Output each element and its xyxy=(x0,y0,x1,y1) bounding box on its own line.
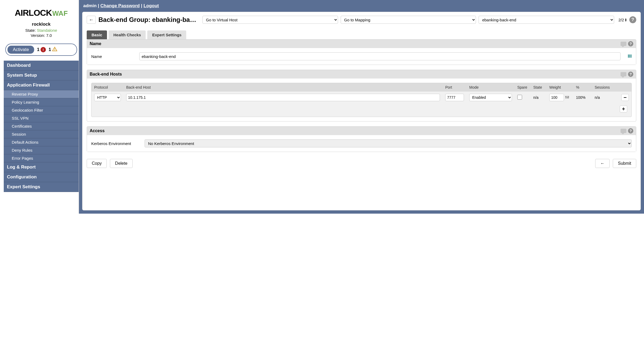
plus-icon: + xyxy=(622,106,625,112)
submit-button[interactable]: Submit xyxy=(613,159,636,168)
change-password-link[interactable]: Change Password xyxy=(100,3,140,8)
nav-expert-settings[interactable]: Expert Settings xyxy=(4,182,79,192)
state-value: n/a xyxy=(531,93,547,102)
spare-checkbox[interactable] xyxy=(517,95,522,100)
col-host: Back-end Host xyxy=(124,83,443,92)
name-label: Name xyxy=(91,54,134,59)
pct-value: 100% xyxy=(573,93,592,102)
activate-button[interactable]: Activate xyxy=(7,46,34,54)
table-row: HTTP Enabled n/a 100% n/a − xyxy=(92,92,631,103)
virtual-host-select[interactable]: Go to Virtual Host xyxy=(202,16,338,24)
name-input[interactable] xyxy=(139,52,621,60)
nav-dashboard[interactable]: Dashboard xyxy=(4,61,79,70)
tab-basic[interactable]: Basic xyxy=(87,30,107,39)
panel-name: Name ? Name xyxy=(87,39,636,65)
help-icon[interactable]: ? xyxy=(628,72,633,77)
nav-ssl-vpn[interactable]: SSL VPN xyxy=(4,114,79,122)
tabs: Basic Health Checks Expert Settings xyxy=(82,30,641,39)
svg-rect-3 xyxy=(629,54,630,58)
delete-button[interactable]: Delete xyxy=(110,159,132,168)
col-protocol: Protocol xyxy=(92,83,124,92)
svg-rect-5 xyxy=(566,96,566,99)
panel-name-header: Name ? xyxy=(87,40,636,48)
col-sessions: Sessions xyxy=(592,83,619,92)
error-badge[interactable]: 1 ! xyxy=(37,47,46,52)
warning-icon xyxy=(52,46,57,53)
error-icon: ! xyxy=(41,47,46,52)
svg-rect-8 xyxy=(565,96,566,97)
nav-reverse-proxy[interactable]: Reverse Proxy xyxy=(4,90,79,98)
copy-button[interactable]: Copy xyxy=(87,159,107,168)
sidebar: AIRLOCKWAF rocklock State: Standalone Ve… xyxy=(0,0,79,214)
nav-system-setup[interactable]: System Setup xyxy=(4,70,79,80)
svg-point-1 xyxy=(54,50,55,50)
kerberos-select[interactable]: No Kerberos Environment xyxy=(145,139,632,147)
tenant-state: State: Standalone xyxy=(6,28,76,33)
nav-deny-rules[interactable]: Deny Rules xyxy=(4,146,79,154)
nav-certificates[interactable]: Certificates xyxy=(4,122,79,130)
nav-session[interactable]: Session xyxy=(4,130,79,138)
svg-rect-9 xyxy=(567,97,568,98)
hosts-table: Protocol Back-end Host Port Mode Spare S… xyxy=(91,83,632,117)
tenant-name: rocklock xyxy=(6,22,76,27)
comment-icon[interactable] xyxy=(621,42,626,46)
settings-icon[interactable] xyxy=(627,54,632,59)
arrow-left-icon: ← xyxy=(89,17,94,23)
add-row-button[interactable]: + xyxy=(620,105,627,112)
nav-log-report[interactable]: Log & Report xyxy=(4,162,79,172)
backend-select[interactable]: ebanking-back-end xyxy=(479,16,614,24)
col-pct: % xyxy=(573,83,592,92)
panel-hosts-header: Back-end Hosts ? xyxy=(87,70,636,79)
panel-backend-hosts: Back-end Hosts ? Protocol Back-end Host … xyxy=(87,70,636,122)
main: admin | Change Password | Logout ← Back-… xyxy=(79,0,644,214)
nav-menu: Dashboard System Setup Application Firew… xyxy=(4,61,79,192)
back-footer-button[interactable]: ← xyxy=(595,159,610,168)
page-title: Back-end Group: ebanking-back-... xyxy=(98,16,200,23)
help-button[interactable]: ? xyxy=(629,16,636,23)
panel-access-header: Access ? xyxy=(87,127,636,135)
nav-error-pages[interactable]: Error Pages xyxy=(4,154,79,162)
panel-access: Access ? Kerberos Environment No Kerbero… xyxy=(87,126,636,152)
svg-rect-10 xyxy=(568,97,569,97)
comment-icon[interactable] xyxy=(621,72,626,76)
mode-select[interactable]: Enabled xyxy=(469,94,512,101)
nav-application-firewall[interactable]: Application Firewall xyxy=(4,80,79,90)
nav-geolocation-filter[interactable]: Geolocation Filter xyxy=(4,106,79,114)
warning-badge[interactable]: 1 xyxy=(49,46,57,53)
tab-expert-settings[interactable]: Expert Settings xyxy=(147,30,186,39)
logo-suffix: WAF xyxy=(52,9,68,17)
page-header: ← Back-end Group: ebanking-back-... Go t… xyxy=(82,12,641,30)
svg-rect-2 xyxy=(628,54,629,58)
col-weight: Weight xyxy=(547,83,573,92)
port-input[interactable] xyxy=(445,94,464,101)
weight-input[interactable] xyxy=(549,94,564,101)
pager: 2/2 ▴▾ xyxy=(618,18,627,22)
help-icon[interactable]: ? xyxy=(628,41,633,46)
minus-icon: − xyxy=(623,95,627,101)
comment-icon[interactable] xyxy=(621,129,626,133)
help-icon[interactable]: ? xyxy=(628,128,633,134)
logo-area: AIRLOCKWAF rocklock State: Standalone Ve… xyxy=(4,0,79,40)
remove-row-button[interactable]: − xyxy=(621,94,629,101)
slider-icon[interactable] xyxy=(565,95,570,100)
tenant-version: Version: 7.0 xyxy=(6,33,76,38)
table-header: Protocol Back-end Host Port Mode Spare S… xyxy=(92,83,631,92)
nav-policy-learning[interactable]: Policy Learning xyxy=(4,98,79,106)
nav-default-actions[interactable]: Default Actions xyxy=(4,138,79,146)
logout-link[interactable]: Logout xyxy=(144,3,159,8)
back-button[interactable]: ← xyxy=(87,16,96,24)
host-input[interactable] xyxy=(126,94,440,101)
sessions-value: n/a xyxy=(592,93,619,102)
pager-stepper[interactable]: ▴▾ xyxy=(625,18,627,22)
nav-configuration[interactable]: Configuration xyxy=(4,172,79,182)
col-state: State xyxy=(531,83,547,92)
tab-health-checks[interactable]: Health Checks xyxy=(109,30,146,39)
col-port: Port xyxy=(443,83,467,92)
activate-row: Activate 1 ! 1 xyxy=(5,44,77,56)
col-mode: Mode xyxy=(467,83,515,92)
topbar: admin | Change Password | Logout xyxy=(79,0,644,12)
mapping-select[interactable]: Go to Mapping xyxy=(341,16,476,24)
footer-actions: Copy Delete ← Submit xyxy=(82,157,641,173)
kerberos-label: Kerberos Environment xyxy=(91,141,139,146)
protocol-select[interactable]: HTTP xyxy=(94,94,121,101)
